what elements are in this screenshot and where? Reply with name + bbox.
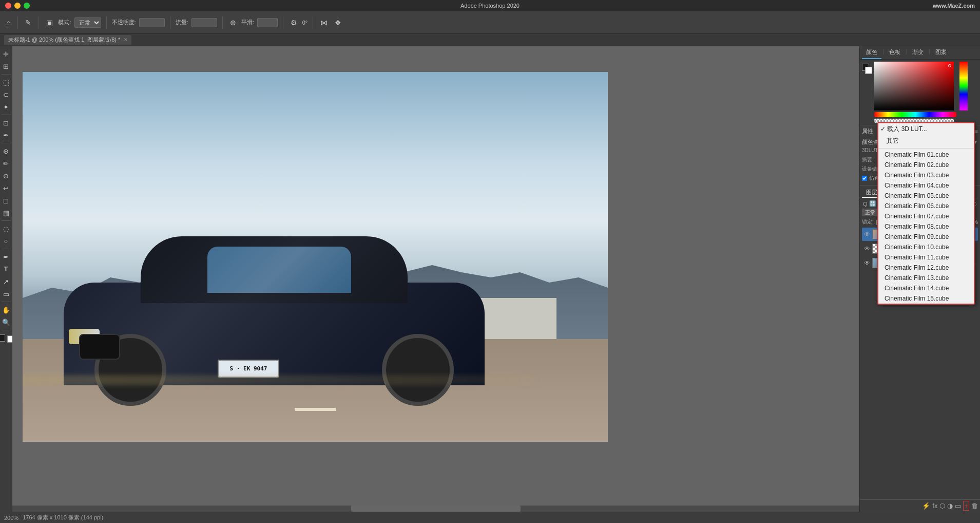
minimize-button[interactable] [14,3,21,9]
tab-close-icon[interactable]: × [124,36,127,43]
list-view-icon[interactable]: ≡ [975,128,978,135]
brush-tool-icon[interactable]: ✏ [1,158,12,169]
canvas-area: S · EK 9047 [12,46,859,512]
opacity-input[interactable]: 100% [139,18,165,27]
new-adj-layer-icon[interactable]: ◑ [947,502,953,510]
attr-title: 属性 [862,127,873,135]
filter-type-icon[interactable]: 🔠 [869,200,876,207]
zoom-tool-icon[interactable]: 🔍 [1,316,12,328]
tab-label: 未标题-1 @ 200% (颜色查找 1, 图层蒙版/8) * [8,36,120,43]
gradient-tool-icon[interactable]: ▦ [1,207,12,218]
hue-spectrum-bar[interactable] [959,62,968,110]
toolbar-sep-3 [106,16,107,29]
new-layer-icon[interactable]: + [963,501,969,511]
add-mask-icon[interactable]: ⬡ [939,502,945,510]
load-3d-lut-option[interactable]: 载入 3D LUT... [878,123,974,135]
cf-12-option[interactable]: Cinematic Film 12.cube [878,263,974,273]
smooth-input[interactable]: 10% [257,18,278,27]
move-tool-icon[interactable]: ✛ [1,48,12,60]
tab-swatches[interactable]: 色板 [885,46,905,59]
cf-02-option[interactable]: Cinematic Film 02.cube [878,160,974,170]
flow-input[interactable]: 100% [191,18,217,27]
artboard-tool-icon[interactable]: ⊞ [1,61,12,72]
color-picker-panel [860,60,980,125]
scrollbar-thumb[interactable] [351,506,521,512]
marquee-tool-icon[interactable]: ⬚ [1,77,12,88]
blur-tool-icon[interactable]: ◌ [1,223,12,234]
tab-pattern[interactable]: 图案 [931,46,951,59]
document-tab[interactable]: 未标题-1 @ 200% (颜色查找 1, 图层蒙版/8) * × [4,35,131,45]
home-icon[interactable]: ⌂ [4,17,12,28]
lt-sep-3 [2,143,11,143]
cf-13-option[interactable]: Cinematic Film 13.cube [878,273,974,283]
brush-tool-icon[interactable]: ✎ [23,17,33,28]
cf-11-option[interactable]: Cinematic Film 11.cube [878,252,974,263]
path-select-icon[interactable]: ↗ [1,276,12,287]
lt-sep-7 [2,330,11,330]
shape-tool-icon[interactable]: ▭ [1,288,12,300]
symmetry-icon[interactable]: ⋈ [318,17,330,28]
history-brush-icon[interactable]: ↩ [1,182,12,194]
cf-10-option[interactable]: Cinematic Film 10.cube [878,242,974,252]
cf-15-option[interactable]: Cinematic Film 15.cube [878,293,974,304]
dither-checkbox[interactable] [862,176,867,181]
crop-tool-icon[interactable]: ⊡ [1,117,12,128]
type-tool-icon[interactable]: T [1,264,12,275]
cf-04-option[interactable]: Cinematic Film 04.cube [878,180,974,191]
cf-06-option[interactable]: Cinematic Film 06.cube [878,201,974,211]
titlebar: Adobe Photoshop 2020 www.MacZ.com [0,0,980,11]
new-group-icon[interactable]: ▭ [955,502,961,510]
foreground-color-swatch[interactable] [0,334,5,342]
layer-visibility-icon-3[interactable]: 👁 [864,259,870,267]
cf-03-option[interactable]: Cinematic Film 03.cube [878,170,974,180]
layer-visibility-icon-1[interactable]: 👁 [864,231,870,238]
clone-stamp-icon[interactable]: ⊙ [1,170,12,181]
zoom-level: 200% [4,515,18,521]
airbrush-icon[interactable]: ⊕ [228,17,238,28]
color-spectrum[interactable] [874,62,954,110]
filter-icon[interactable]: Q [863,201,868,207]
link-layers-icon[interactable]: ⚡ [922,502,930,510]
maximize-button[interactable] [24,3,30,9]
delete-layer-icon[interactable]: 🗑 [971,502,978,510]
right-panel: 颜色 | 色板 | 渐变 | 图案 [859,46,980,512]
lasso-tool-icon[interactable]: ⊂ [1,89,12,100]
cf-07-option[interactable]: Cinematic Film 07.cube [878,211,974,221]
dodge-tool-icon[interactable]: ○ [1,235,12,247]
butterflies-icon[interactable]: ❖ [333,17,343,28]
magic-wand-icon[interactable]: ✦ [1,101,12,113]
toolbar-sep-4 [170,16,170,29]
tab-color[interactable]: 颜色 [862,46,881,59]
logo-text: www.MacZ.com [933,3,975,9]
layer-style-icon[interactable]: fx [932,502,937,510]
cf-14-option[interactable]: Cinematic Film 14.cube [878,283,974,293]
image-dimensions: 1764 像素 x 1010 像素 (144 ppi) [23,514,103,521]
hand-tool-icon[interactable]: ✋ [1,304,12,315]
blend-mode-select[interactable]: 正常 [74,17,101,28]
toolbar-sep-7 [313,16,313,29]
cf-05-option[interactable]: Cinematic Film 05.cube [878,191,974,201]
toolbar-sep-1 [17,16,18,29]
pen-tool-icon[interactable]: ✒ [1,251,12,263]
cf-09-option[interactable]: Cinematic Film 09.cube [878,232,974,242]
tool-preset-icon[interactable]: ▣ [44,17,55,28]
close-button[interactable] [5,3,11,9]
settings-icon[interactable]: ⚙ [289,17,299,28]
healing-brush-icon[interactable]: ⊕ [1,145,12,157]
dropdown-sep-1 [878,148,974,148]
eyedropper-tool-icon[interactable]: ✒ [1,129,12,141]
toolbar-sep-5 [222,16,223,29]
flow-label: 流量: [176,18,188,26]
lock-label: 锁定: [862,218,874,226]
hue-slider[interactable] [874,112,956,117]
cf-08-option[interactable]: Cinematic Film 08.cube [878,221,974,232]
eraser-tool-icon[interactable]: ◻ [1,195,12,206]
other-option[interactable]: 其它 [878,135,974,147]
lt-sep-5 [2,249,11,249]
cf-01-option[interactable]: Cinematic Film 01.cube [878,150,974,160]
tab-gradient[interactable]: 渐变 [908,46,928,59]
bg-color-swatch[interactable] [865,67,872,74]
left-toolbar: ✛ ⊞ ⬚ ⊂ ✦ ⊡ ✒ ⊕ ✏ ⊙ ↩ ◻ ▦ ◌ ○ ✒ T ↗ ▭ ✋ … [0,46,12,512]
layer-visibility-icon-2[interactable]: 👁 [864,245,870,252]
horizontal-scrollbar[interactable] [12,506,859,512]
